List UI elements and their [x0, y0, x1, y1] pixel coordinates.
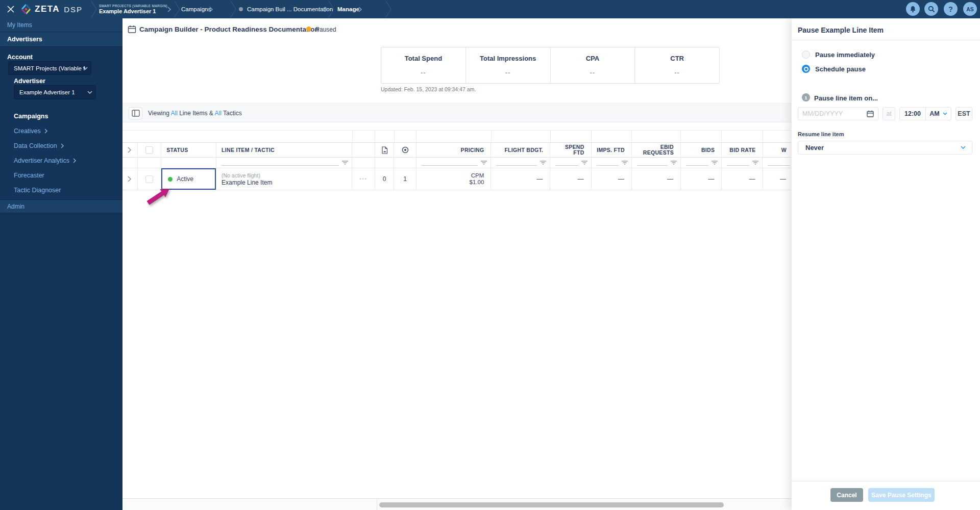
filter-pricing[interactable]: [416, 158, 492, 168]
radio-label: Schedule pause: [815, 65, 866, 73]
stat-total-spend: Total Spend --: [381, 47, 465, 83]
save-pause-settings-button[interactable]: Save Pause Settings: [868, 488, 935, 502]
row-menu-button[interactable]: •••: [359, 176, 367, 182]
filter-bids[interactable]: [681, 158, 722, 168]
resume-select[interactable]: Never: [798, 141, 972, 155]
chevron-right-icon: [128, 147, 132, 153]
advertiser-select[interactable]: Example Advertiser 1: [14, 85, 96, 99]
chevron-right-icon[interactable]: [167, 7, 172, 12]
filter-icon[interactable]: [621, 160, 628, 165]
account-select[interactable]: SMART Projects (Variable M...: [8, 61, 91, 75]
empty-value: —: [667, 175, 673, 183]
sidebar-item-campaigns[interactable]: Campaigns: [14, 113, 48, 120]
bell-icon: [910, 6, 916, 13]
sidebar-item-forecaster[interactable]: Forecaster: [14, 172, 44, 179]
filter-icon[interactable]: [480, 160, 487, 165]
filter-bid-rate[interactable]: [722, 158, 763, 168]
zeta-diamond-icon: [20, 4, 32, 15]
chevron-right-icon[interactable]: [324, 7, 328, 12]
filter-spend-ftd[interactable]: [550, 158, 591, 168]
line-item-cell[interactable]: (No active flight) Example Line Item: [216, 168, 352, 190]
stat-value: --: [421, 69, 426, 76]
close-icon[interactable]: [5, 4, 16, 15]
row-expander[interactable]: [122, 168, 138, 190]
timezone-box[interactable]: EST: [955, 107, 972, 120]
filter-input[interactable]: [422, 160, 478, 166]
breadcrumb-campaigns[interactable]: Campaigns: [181, 0, 211, 18]
column-layout-button[interactable]: [129, 107, 142, 119]
tactics-count: 1: [403, 175, 407, 183]
pause-time-input[interactable]: [900, 110, 925, 117]
filter-icon[interactable]: [711, 160, 718, 165]
filter-line-item[interactable]: [216, 158, 352, 168]
pause-date-input[interactable]: [802, 110, 859, 117]
zeta-dsp-logo[interactable]: ZETA DSP: [20, 0, 83, 18]
column-header-line-item[interactable]: LINE ITEM / TACTIC: [216, 143, 352, 157]
filter-flight-budget[interactable]: [491, 158, 550, 168]
filter-imps-ftd[interactable]: [592, 158, 632, 168]
pause-time-field[interactable]: AM: [899, 107, 951, 120]
sidebar-item-creatives[interactable]: Creatives: [14, 128, 48, 135]
filter-input[interactable]: [597, 160, 619, 166]
column-header-bids[interactable]: BIDS: [681, 143, 722, 157]
filter-input[interactable]: [222, 160, 339, 166]
select-all-checkbox[interactable]: [145, 146, 153, 154]
help-button[interactable]: ?: [944, 2, 958, 16]
column-header-pricing[interactable]: PRICING: [416, 143, 492, 157]
filter-icon[interactable]: [540, 160, 547, 165]
stat-label: CPA: [586, 55, 599, 62]
filter-icon[interactable]: [670, 160, 677, 165]
filter-input[interactable]: [555, 160, 578, 166]
column-header-wins[interactable]: W: [763, 143, 792, 157]
notifications-button[interactable]: [906, 2, 920, 16]
column-header-creatives[interactable]: [375, 143, 395, 157]
sidebar-item-admin[interactable]: Admin: [0, 199, 122, 213]
horizontal-scrollbar[interactable]: [379, 502, 724, 507]
column-header-imps-ftd[interactable]: IMPS. FTD: [592, 143, 632, 157]
column-header-actions: [352, 143, 375, 157]
column-header-spend-ftd[interactable]: SPEND FTD: [550, 143, 591, 157]
creatives-count: 0: [383, 175, 386, 183]
filter-wins[interactable]: [763, 158, 791, 168]
viewing-text: Viewing: [148, 110, 169, 117]
column-header-bid-rate[interactable]: BID RATE: [722, 143, 763, 157]
row-checkbox[interactable]: [145, 175, 153, 183]
pause-date-field[interactable]: [798, 107, 878, 120]
column-header-flight-budget[interactable]: FLIGHT BDGT.: [491, 143, 550, 157]
calendar-icon[interactable]: [867, 110, 874, 117]
breadcrumb-campaign[interactable]: Campaign Buil ... Documentation: [239, 0, 333, 18]
radio-unselected-icon[interactable]: [802, 50, 810, 59]
chevron-right-icon[interactable]: [358, 7, 362, 12]
filter-icon[interactable]: [341, 160, 349, 165]
breadcrumb-advertiser[interactable]: SMART PROJECTS (VARIABLE MARGIN) Example…: [99, 0, 167, 18]
all-tactics-link[interactable]: All: [215, 110, 222, 117]
column-header-ebid-requests[interactable]: EBID REQUESTS: [632, 143, 681, 157]
filter-icon[interactable]: [752, 160, 759, 165]
filter-input[interactable]: [637, 160, 668, 166]
expand-all-button[interactable]: [122, 143, 138, 157]
sidebar-item-data-collection[interactable]: Data Collection: [14, 142, 64, 149]
filter-input[interactable]: [686, 160, 708, 166]
chevron-right-icon[interactable]: [209, 7, 213, 12]
search-button[interactable]: [924, 2, 938, 16]
filter-input[interactable]: [768, 160, 790, 166]
radio-selected-icon[interactable]: [802, 65, 810, 73]
sidebar-item-my-items[interactable]: My Items: [0, 18, 122, 32]
schedule-pause-option[interactable]: Schedule pause: [802, 65, 866, 73]
breadcrumb-manage[interactable]: Manage: [337, 0, 359, 18]
filter-input[interactable]: [727, 160, 749, 166]
column-header-status[interactable]: STATUS: [161, 143, 216, 157]
filter-ebid-requests[interactable]: [632, 158, 681, 168]
meridiem-select[interactable]: AM: [925, 108, 951, 120]
sidebar-item-advertisers[interactable]: Advertisers: [0, 32, 122, 47]
column-header-tactics[interactable]: [394, 143, 416, 157]
sidebar-item-advertiser-analytics[interactable]: Advertiser Analytics: [14, 157, 77, 164]
filter-icon[interactable]: [581, 160, 588, 165]
filter-input[interactable]: [496, 160, 537, 166]
user-avatar[interactable]: AS: [963, 2, 977, 16]
all-line-items-link[interactable]: All: [170, 110, 177, 117]
chevron-right-icon: [44, 129, 48, 134]
sidebar-item-tactic-diagnoser[interactable]: Tactic Diagnoser: [14, 187, 61, 194]
cancel-button[interactable]: Cancel: [830, 488, 863, 502]
pause-immediately-option[interactable]: Pause immediately: [802, 50, 875, 59]
